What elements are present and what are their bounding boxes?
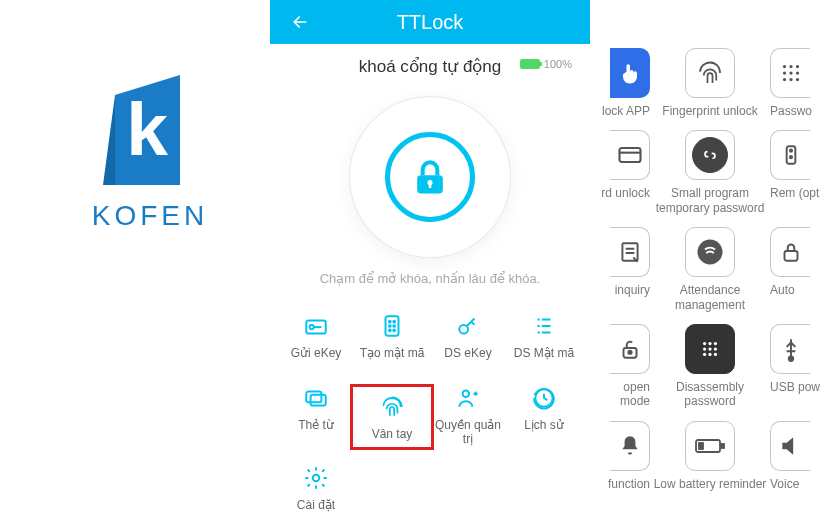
history-icon [530,384,558,412]
svg-point-29 [795,78,798,81]
ekey-icon [302,312,330,340]
svg-point-15 [459,325,468,334]
svg-point-48 [788,357,792,361]
svg-point-10 [393,321,395,323]
feature-label: Fingerprint unlock [662,104,757,118]
svg-rect-16 [306,392,321,403]
action-fingerprint[interactable]: Vân tay [350,384,434,450]
feature-card-unlock[interactable]: rd unlock [590,130,650,215]
feature-label: Disassembly password [650,380,770,409]
action-create-passcode[interactable]: Tạo mật mã [354,312,430,360]
admin-icon [454,384,482,412]
brand-logo-panel: k KOFEN [40,60,260,232]
feature-inquiry[interactable]: inquiry [590,227,650,312]
battery-icon [520,59,540,69]
svg-rect-5 [429,183,432,189]
feature-label: inquiry [590,283,650,297]
action-passcode-list[interactable]: DS Mật mã [506,312,582,360]
feature-small-program[interactable]: Small program temporary password [650,130,770,215]
svg-point-27 [782,78,785,81]
fingerprint-icon [378,393,406,421]
attendance-icon [685,227,735,277]
list-icon [530,312,558,340]
feature-label: Auto [770,283,835,297]
svg-point-12 [393,325,395,327]
action-label: Vân tay [372,427,413,441]
document-icon [610,227,650,277]
feature-password[interactable]: Passwo [770,48,835,118]
feature-usb-power[interactable]: USB pow [770,324,835,409]
gear-icon [302,464,330,492]
svg-point-24 [782,71,785,74]
back-icon[interactable] [290,12,310,32]
feature-disassembly[interactable]: Disassembly password [650,324,770,409]
svg-point-28 [789,78,792,81]
feature-open-mode[interactable]: open mode [590,324,650,409]
svg-point-46 [708,353,711,356]
lock-icon [385,132,475,222]
program-icon [685,130,735,180]
action-history[interactable]: Lịch sử [506,384,582,446]
action-label: Gửi eKey [291,346,342,360]
svg-point-33 [789,156,791,158]
svg-point-20 [313,475,320,482]
feature-auto[interactable]: Auto [770,227,835,312]
action-grid: Gửi eKey Tạo mật mã DS eKey DS Mật mã T [270,312,590,512]
feature-fingerprint-unlock[interactable]: Fingerprint unlock [650,48,770,118]
svg-text:k: k [126,87,168,171]
speaker-icon [770,421,810,471]
lock-hint: Chạm để mở khóa, nhấn lâu để khóa. [270,271,590,286]
action-label: Lịch sử [524,418,564,432]
open-mode-icon [610,324,650,374]
svg-point-9 [389,321,391,323]
svg-rect-36 [784,251,797,261]
action-card[interactable]: Thẻ từ [278,384,354,446]
svg-point-23 [795,65,798,68]
action-label: DS Mật mã [514,346,574,360]
feature-voice[interactable]: Voice [770,421,835,491]
svg-rect-17 [311,395,326,406]
lock-touch-ring[interactable] [350,97,510,257]
lock-icon [770,227,810,277]
svg-rect-51 [699,443,703,449]
action-label: Cài đặt [297,498,335,512]
svg-point-38 [628,351,631,354]
usb-icon [770,324,810,374]
action-send-ekey[interactable]: Gửi eKey [278,312,354,360]
action-label: Thẻ từ [298,418,334,432]
svg-point-22 [789,65,792,68]
svg-point-21 [782,65,785,68]
hand-icon [610,48,650,98]
feature-remote[interactable]: Rem (opt [770,130,835,215]
svg-point-25 [789,71,792,74]
bell-icon [610,421,650,471]
feature-label: function [590,477,650,491]
feature-label: Attendance management [650,283,770,312]
svg-point-32 [789,150,791,152]
lock-header: khoá cổng tự động 100% [270,44,590,77]
feature-lock-app[interactable]: lock APP [590,48,650,118]
key-icon [454,312,482,340]
action-ekey-list[interactable]: DS eKey [430,312,506,360]
feature-function[interactable]: function [590,421,650,491]
app-header: TTLock [270,0,590,44]
card-icon [302,384,330,412]
svg-point-14 [393,329,395,331]
action-label: Quyền quản trị [430,418,506,446]
feature-label: rd unlock [590,186,650,200]
card-icon [610,130,650,180]
svg-point-41 [714,342,717,345]
feature-attendance[interactable]: Attendance management [650,227,770,312]
action-settings[interactable]: Cài đặt [278,464,354,512]
app-screen: TTLock khoá cổng tự động 100% Chạm để mở… [270,0,590,516]
svg-point-47 [714,353,717,356]
svg-point-44 [714,347,717,350]
feature-low-battery[interactable]: Low battery reminder [650,421,770,491]
svg-rect-50 [721,444,724,448]
fingerprint-icon [685,48,735,98]
svg-point-26 [795,71,798,74]
brand-logo-text: KOFEN [40,200,260,232]
action-admin[interactable]: Quyền quản trị [430,384,506,446]
feature-label: Rem (opt [770,186,835,200]
low-battery-icon [685,421,735,471]
